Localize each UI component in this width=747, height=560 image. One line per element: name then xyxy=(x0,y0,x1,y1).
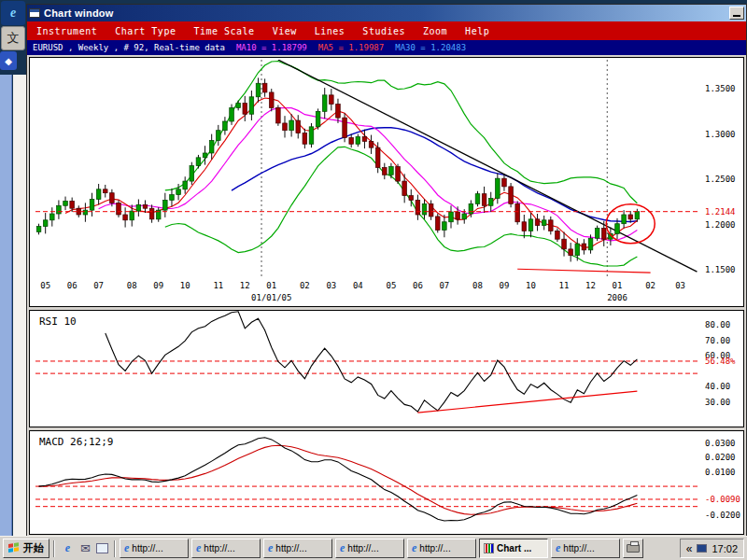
month-label: 06 xyxy=(413,281,423,290)
menu-item-help[interactable]: Help xyxy=(465,26,489,36)
windows-flag-icon xyxy=(8,542,21,555)
window-icon xyxy=(29,8,40,18)
price-chart-panel[interactable]: 1.35001.30001.25001.20001.15001.21440506… xyxy=(29,57,744,307)
taskbar-button-1-http[interactable]: ehttp://... xyxy=(120,539,189,558)
taskbar-button-5-http[interactable]: ehttp://... xyxy=(407,539,476,558)
month-label: 10 xyxy=(526,281,536,290)
price-axis-label: 1.3000 xyxy=(705,130,736,139)
price-axis-label: 1.2000 xyxy=(705,220,736,230)
month-label: 07 xyxy=(439,281,449,290)
display-tray-icon[interactable] xyxy=(697,544,707,553)
rsi-axis-label: 80.00 xyxy=(705,320,730,329)
month-label: 11 xyxy=(213,281,223,290)
rsi-axis-label: 40.00 xyxy=(705,382,730,391)
taskbar-button-label: http://... xyxy=(347,543,378,553)
macd-title: MACD 26;12;9 xyxy=(39,436,113,448)
year-label: 2006 xyxy=(607,293,627,302)
taskbar-buttons: ehttp://...ehttp://...ehttp://...ehttp:/… xyxy=(120,539,620,558)
month-label: 01 xyxy=(613,281,623,290)
mail-icon[interactable]: ✉ xyxy=(78,541,92,555)
background-page-edge xyxy=(13,75,26,536)
minimize-button[interactable] xyxy=(729,7,744,20)
taskbar-divider xyxy=(53,540,55,557)
menu-item-lines[interactable]: Lines xyxy=(315,26,345,36)
menu-item-zoom[interactable]: Zoom xyxy=(423,26,447,36)
system-tray: « 17:02 xyxy=(680,539,744,558)
ma5-value: MA5 = 1.19987 xyxy=(318,43,384,52)
taskbar-button-2-http[interactable]: ehttp://... xyxy=(191,539,261,558)
macd-axis-label: -0.0200 xyxy=(705,511,740,520)
macd-current-label: -0.0090 xyxy=(705,495,740,504)
month-label: 03 xyxy=(675,281,685,290)
ie-icon: e xyxy=(556,541,560,555)
month-label: 02 xyxy=(645,281,655,290)
collapse-chevron-icon[interactable]: « xyxy=(686,543,693,554)
menu-bar: InstrumentChart TypeTime ScaleViewLinesS… xyxy=(27,21,746,40)
menu-item-view[interactable]: View xyxy=(273,26,297,36)
window-titlebar[interactable]: Chart window xyxy=(27,5,746,21)
background-window-edge: e文◆ xyxy=(0,0,26,536)
rsi-title: RSI 10 xyxy=(39,315,77,328)
month-label: 02 xyxy=(300,281,310,290)
taskbar-button-label: http://... xyxy=(204,543,234,553)
taskbar: 开始 e✉ ehttp://...ehttp://...ehttp://...e… xyxy=(0,536,747,560)
start-button[interactable]: 开始 xyxy=(3,539,49,558)
taskbar-button-label: Chart ... xyxy=(497,543,531,553)
month-label: 12 xyxy=(585,281,596,290)
desktop-background: e文◆ Chart window InstrumentChart TypeTim… xyxy=(0,0,747,560)
taskbar-button-6-chart[interactable]: Chart ... xyxy=(479,539,548,558)
month-label: 07 xyxy=(93,281,104,290)
month-label: 08 xyxy=(127,281,137,290)
ie-icon: e xyxy=(412,541,416,555)
rsi-current-label: 56.48% xyxy=(705,357,736,366)
menu-item-studies[interactable]: Studies xyxy=(362,26,405,36)
taskbar-button-label: http://... xyxy=(275,543,306,553)
menu-item-instrument[interactable]: Instrument xyxy=(36,26,97,36)
taskbar-divider xyxy=(114,540,116,557)
price-axis-label: 1.1500 xyxy=(705,265,736,274)
macd-indicator-panel[interactable]: 0.03000.02000.0100-0.0200-0.0090MACD 26;… xyxy=(29,430,744,535)
taskbar-button-label: http://... xyxy=(563,543,594,553)
start-label: 开始 xyxy=(23,541,44,555)
left-icon-column: e文◆ xyxy=(0,1,26,70)
month-label: 09 xyxy=(153,281,163,290)
info-bar: EURUSD , Weekly , # 92, Real-time data M… xyxy=(27,40,746,55)
rsi-axis-label: 30.00 xyxy=(705,398,730,407)
month-label: 03 xyxy=(326,281,336,290)
macd-axis-label: 0.0200 xyxy=(705,453,736,462)
ie-icon: e xyxy=(340,541,345,555)
month-label: 11 xyxy=(559,281,570,290)
menu-item-time-scale[interactable]: Time Scale xyxy=(193,26,254,36)
support-line xyxy=(517,269,650,273)
ie-icon: e xyxy=(268,541,273,555)
current-price-label: 1.2144 xyxy=(705,207,736,217)
chart-window: Chart window InstrumentChart TypeTime Sc… xyxy=(26,4,747,536)
month-label: 06 xyxy=(67,281,78,290)
price-axis-label: 1.2500 xyxy=(705,175,736,184)
taskbar-button-7-http[interactable]: ehttp://... xyxy=(551,539,620,558)
taskbar-button-3-http[interactable]: ehttp://... xyxy=(263,539,332,558)
printer-icon xyxy=(627,544,640,553)
rsi-indicator-panel[interactable]: 80.0070.0060.0040.0030.0056.48%RSI 10 xyxy=(29,310,744,427)
desktop-icon[interactable] xyxy=(96,543,108,553)
browser-icon[interactable]: e xyxy=(1,1,25,25)
taskbar-button-4-http[interactable]: ehttp://... xyxy=(335,539,404,558)
year-label: 01/01/05 xyxy=(251,293,291,302)
ie-icon: e xyxy=(196,541,201,555)
clock: 17:02 xyxy=(712,543,738,554)
menu-item-chart-type[interactable]: Chart Type xyxy=(115,26,176,36)
minimize-icon xyxy=(733,15,740,17)
printer-button[interactable] xyxy=(623,539,643,558)
rsi-axis-label: 70.00 xyxy=(705,336,730,345)
ie-icon: e xyxy=(124,541,129,555)
month-label: 05 xyxy=(40,281,50,290)
background-scrollbar[interactable] xyxy=(0,75,12,536)
ma30-value: MA30 = 1.20483 xyxy=(395,43,466,52)
month-label: 01 xyxy=(266,281,276,290)
ma10-value: MA10 = 1.18799 xyxy=(236,43,307,52)
month-label: 05 xyxy=(386,281,396,290)
ie-icon[interactable]: e xyxy=(61,541,75,555)
app-icon[interactable]: ◆ xyxy=(0,51,17,70)
text-tool-icon[interactable]: 文 xyxy=(1,26,25,50)
month-label: 12 xyxy=(240,281,250,290)
